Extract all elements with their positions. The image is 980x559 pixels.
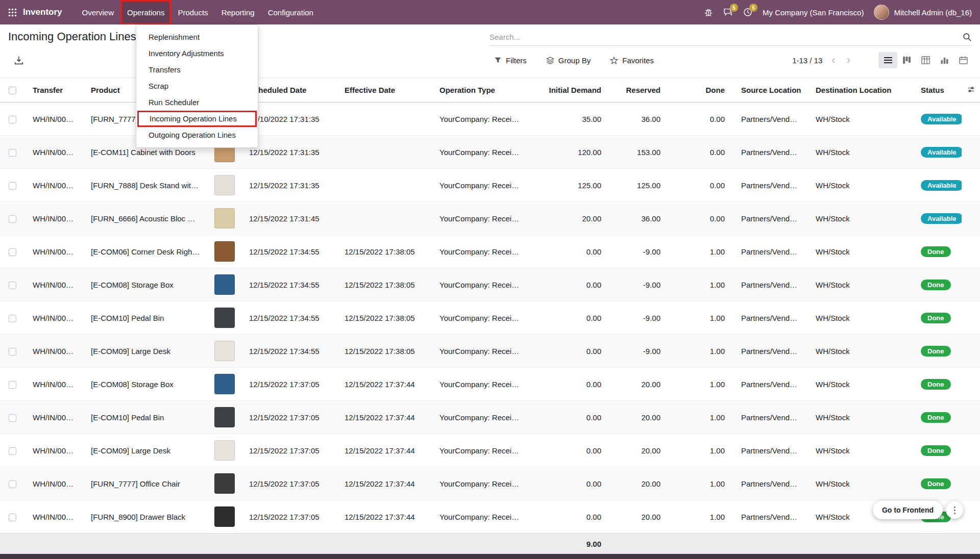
cell-source-location: Partners/Vendors <box>733 467 807 500</box>
more-options-icon[interactable] <box>946 501 963 519</box>
cell-effective-date: 12/15/2022 17:38:05 <box>336 235 431 268</box>
operation-lines-table: Transfer Product Scheduled Date Effectiv… <box>0 78 980 554</box>
cell-product: [E-COM08] Storage Box <box>83 368 208 401</box>
cell-scheduled-date: 12/15/2022 17:34:55 <box>241 235 336 268</box>
product-image <box>214 241 235 262</box>
messages-icon[interactable]: 5 <box>723 8 733 17</box>
cell-reserved: 125.00 <box>609 169 669 202</box>
table-row[interactable]: WH/IN/00008 [FURN_8900] Drawer Black 12/… <box>0 500 980 533</box>
table-row[interactable]: WH/IN/00008 [E-COM09] Large Desk 12/15/2… <box>0 434 980 467</box>
company-switcher[interactable]: My Company (San Francisco) <box>763 8 864 17</box>
nav-item-operations[interactable]: Operations <box>120 0 171 24</box>
status-badge: Done <box>921 246 951 257</box>
debug-bug-icon[interactable] <box>704 8 713 17</box>
table-row[interactable]: WH/IN/00006 [FURN_6666] Acoustic Bloc Sc… <box>0 202 980 235</box>
table-row[interactable]: WH/IN/00007 [E-COM06] Corner Desk Right … <box>0 235 980 268</box>
search-input[interactable] <box>489 33 963 41</box>
row-checkbox[interactable] <box>9 447 16 455</box>
optional-columns-icon[interactable] <box>967 86 975 93</box>
cell-product: [E-COM10] Pedal Bin <box>83 301 208 335</box>
view-kanban-icon[interactable] <box>897 52 916 68</box>
pager-next-icon[interactable]: › <box>845 55 852 66</box>
status-badge: Available <box>921 213 962 224</box>
column-header-effective-date[interactable]: Effective Date <box>336 78 431 103</box>
row-checkbox[interactable] <box>9 315 16 322</box>
row-checkbox[interactable] <box>9 381 16 389</box>
cell-destination-location: WH/Stock <box>807 169 913 202</box>
table-row[interactable]: WH/IN/00007 [E-COM10] Pedal Bin 12/15/20… <box>0 301 980 335</box>
column-header-initial-demand[interactable]: Initial Demand <box>528 78 609 103</box>
column-header-source-location[interactable]: Source Location <box>733 78 807 103</box>
menu-item-replenishment[interactable]: Replenishment <box>136 29 258 45</box>
row-checkbox[interactable] <box>9 514 16 521</box>
group-by-button[interactable]: Group By <box>546 56 591 65</box>
menu-item-run-scheduler[interactable]: Run Scheduler <box>136 94 258 111</box>
filters-label: Filters <box>506 56 527 65</box>
column-header-done[interactable]: Done <box>669 78 733 103</box>
nav-item-reporting[interactable]: Reporting <box>215 0 261 24</box>
row-checkbox[interactable] <box>9 149 16 157</box>
menu-item-outgoing-operation-lines[interactable]: Outgoing Operation Lines <box>136 127 258 143</box>
menu-item-transfers[interactable]: Transfers <box>136 62 258 78</box>
row-checkbox[interactable] <box>9 282 16 289</box>
cell-transfer: WH/IN/00007 <box>24 335 83 368</box>
pager-previous-icon[interactable]: ‹ <box>829 55 837 66</box>
table-row[interactable]: WH/IN/00007 [E-COM08] Storage Box 12/15/… <box>0 268 980 301</box>
menu-item-scrap[interactable]: Scrap <box>136 78 258 94</box>
menu-item-incoming-operation-lines[interactable]: Incoming Operation Lines <box>137 111 257 127</box>
column-header-operation-type[interactable]: Operation Type <box>431 78 528 103</box>
table-row[interactable]: WH/IN/00008 [E-COM10] Pedal Bin 12/15/20… <box>0 401 980 434</box>
filters-button[interactable]: Filters <box>494 56 527 65</box>
cell-initial-demand: 0.00 <box>528 467 609 500</box>
export-icon[interactable] <box>14 56 23 65</box>
status-badge: Available <box>921 114 962 124</box>
cell-source-location: Partners/Vendors <box>733 368 807 401</box>
cell-product: [FURN_7888] Desk Stand with ... <box>83 169 208 202</box>
cell-initial-demand: 0.00 <box>528 268 609 301</box>
table-row[interactable]: WH/IN/00003 [FURN_7888] Desk Stand with … <box>0 169 980 202</box>
view-graph-icon[interactable] <box>935 52 954 68</box>
nav-item-products[interactable]: Products <box>171 0 214 24</box>
cell-effective-date: 12/15/2022 17:38:05 <box>336 301 431 335</box>
cell-done: 1.00 <box>669 434 733 467</box>
cell-product: [E-COM09] Large Desk <box>83 335 208 368</box>
nav-item-overview[interactable]: Overview <box>76 0 121 24</box>
table-row[interactable]: WH/IN/00008 [E-COM08] Storage Box 12/15/… <box>0 368 980 401</box>
cell-scheduled-date: 12/15/2022 17:37:05 <box>241 434 336 467</box>
favorites-button[interactable]: Favorites <box>610 56 654 65</box>
cell-operation-type: YourCompany: Receipts <box>431 235 528 268</box>
product-image <box>214 440 235 461</box>
search-icon[interactable] <box>963 33 972 42</box>
cell-transfer: WH/IN/00007 <box>24 301 83 335</box>
cell-scheduled-date: 12/15/2022 17:37:05 <box>241 401 336 434</box>
apps-grid-icon[interactable] <box>8 8 17 17</box>
cell-effective-date: 12/15/2022 17:38:05 <box>336 268 431 301</box>
view-list-icon[interactable] <box>878 52 897 68</box>
view-calendar-icon[interactable] <box>954 52 973 68</box>
cell-done: 0.00 <box>669 202 733 235</box>
cell-effective-date <box>336 202 431 235</box>
app-name[interactable]: Inventory <box>23 7 62 17</box>
row-checkbox[interactable] <box>9 248 16 256</box>
column-header-destination-location[interactable]: Destination Location <box>807 78 913 103</box>
menu-item-inventory-adjustments[interactable]: Inventory Adjustments <box>136 45 258 62</box>
view-pivot-icon[interactable] <box>916 52 935 68</box>
table-row[interactable]: WH/IN/00008 [FURN_7777] Office Chair 12/… <box>0 467 980 500</box>
row-checkbox[interactable] <box>9 348 16 355</box>
nav-item-configuration[interactable]: Configuration <box>261 0 320 24</box>
column-header-reserved[interactable]: Reserved <box>609 78 669 103</box>
row-checkbox[interactable] <box>9 480 16 488</box>
row-checkbox[interactable] <box>9 116 16 123</box>
status-badge: Done <box>921 412 951 423</box>
row-checkbox[interactable] <box>9 414 16 422</box>
row-checkbox[interactable] <box>9 215 16 223</box>
column-header-transfer[interactable]: Transfer <box>24 78 83 103</box>
activities-clock-icon[interactable]: 5 <box>743 8 752 17</box>
column-header-status[interactable]: Status <box>913 78 962 103</box>
row-checkbox[interactable] <box>9 182 16 190</box>
select-all-checkbox[interactable] <box>9 87 16 94</box>
table-row[interactable]: WH/IN/00007 [E-COM09] Large Desk 12/15/2… <box>0 335 980 368</box>
user-menu[interactable]: Mitchell Admin (db_16) <box>874 5 972 20</box>
status-badge: Done <box>921 313 951 323</box>
go-to-frontend-button[interactable]: Go to Frontend <box>873 501 943 519</box>
